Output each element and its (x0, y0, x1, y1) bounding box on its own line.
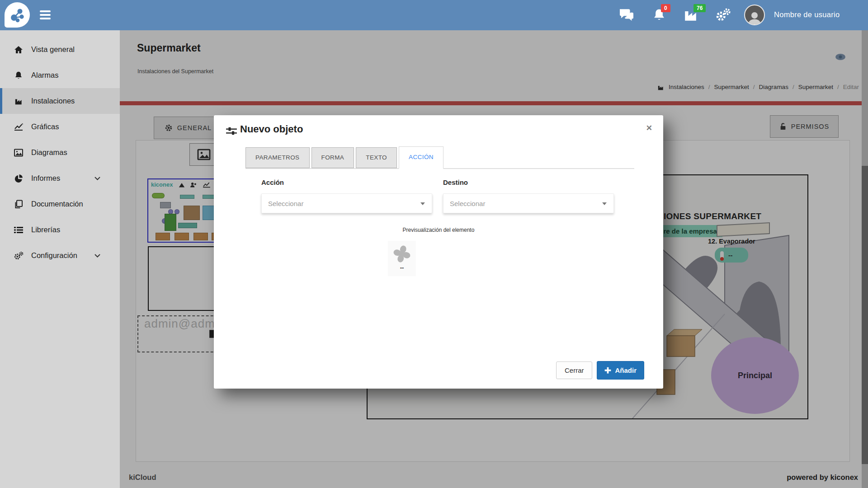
sidebar-item-vista-general[interactable]: Vista general (0, 37, 120, 62)
fan-icon (392, 244, 411, 263)
alarms-badge[interactable]: 0 (661, 4, 670, 12)
new-object-modal: Nuevo objeto ✕ PARAMETROS FORMA TEXTO AC… (214, 115, 663, 389)
gears-icon (14, 251, 24, 260)
sidebar-item-diagramas[interactable]: Diagramas (0, 140, 120, 165)
plus-icon (604, 367, 611, 374)
accion-select-value: Seleccionar (268, 200, 303, 207)
cerrar-button[interactable]: Cerrar (556, 361, 593, 379)
sidebar-item-graficas[interactable]: Gráficas (0, 114, 120, 140)
sidebar-item-documentacion[interactable]: Documentación (0, 191, 120, 217)
sidebar-item-librerias[interactable]: Librerías (0, 217, 120, 243)
settings-gears-icon[interactable] (715, 8, 731, 24)
tab-forma[interactable]: FORMA (311, 147, 354, 168)
chevron-down-icon (94, 253, 100, 258)
user-avatar[interactable] (744, 5, 765, 25)
destino-field: Destino Seleccionar (443, 178, 614, 213)
tab-parametros[interactable]: PARAMETROS (245, 147, 310, 168)
documents-icon (14, 200, 24, 209)
preview-caption: Previsualización del elemento (214, 227, 663, 233)
pie-chart-icon (14, 174, 24, 183)
destino-select[interactable]: Seleccionar (443, 193, 614, 213)
destino-select-value: Seleccionar (450, 200, 485, 207)
sidebar-item-informes[interactable]: Informes (0, 165, 120, 191)
modal-form: Acción Seleccionar Destino Seleccionar (261, 178, 614, 213)
sidebar-item-configuracion[interactable]: Configuración (0, 243, 120, 268)
caret-down-icon (420, 202, 425, 205)
destino-label: Destino (443, 178, 614, 186)
preview-value: -- (400, 264, 404, 271)
anadir-button[interactable]: Añadir (597, 361, 644, 380)
installations-badge[interactable]: 76 (693, 4, 706, 12)
line-chart-icon (14, 123, 24, 131)
close-icon[interactable]: ✕ (646, 123, 652, 133)
kiconex-logo[interactable] (5, 2, 30, 28)
menu-toggle-button[interactable] (40, 10, 52, 21)
tab-accion[interactable]: ACCIÓN (399, 146, 443, 169)
factory-icon (14, 97, 24, 105)
modal-title: Nuevo objeto (240, 123, 303, 135)
list-icon (14, 226, 24, 234)
tab-texto[interactable]: TEXTO (356, 147, 397, 168)
accion-field: Acción Seleccionar (261, 178, 432, 213)
sidebar-item-alarmas[interactable]: Alarmas (0, 62, 120, 88)
modal-actions: Cerrar Añadir (556, 361, 644, 380)
sidebar: Vista general Alarmas Instalaciones Gráf… (0, 30, 120, 488)
anadir-button-label: Añadir (615, 366, 637, 374)
modal-tabs: PARAMETROS FORMA TEXTO ACCIÓN (245, 147, 634, 169)
screen: Supermarket Instalaciones del Supermarke… (0, 0, 868, 488)
caret-down-icon (602, 202, 607, 205)
sidebar-item-instalaciones[interactable]: Instalaciones (0, 88, 120, 114)
person-icon (747, 11, 762, 24)
element-preview: -- (388, 241, 416, 276)
accion-select[interactable]: Seleccionar (261, 193, 432, 213)
molecule-icon (9, 7, 25, 23)
image-icon (14, 149, 24, 157)
username-label[interactable]: Nombre de usuario (774, 10, 840, 19)
accion-label: Acción (261, 178, 432, 186)
chevron-down-icon (94, 176, 100, 180)
sliders-icon (226, 126, 237, 138)
home-icon (14, 46, 24, 54)
top-navbar: 0 76 Nombre de usuario (0, 0, 868, 30)
bell-icon (14, 71, 24, 80)
messages-icon[interactable] (618, 8, 635, 24)
